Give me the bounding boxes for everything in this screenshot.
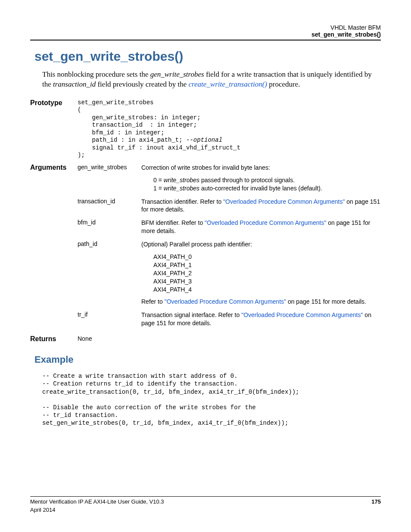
footer-date: April 2014: [30, 507, 56, 513]
arguments-section: Arguments gen_write_strobes Correction o…: [30, 164, 381, 333]
page-number: 175: [371, 498, 381, 505]
overloaded-link[interactable]: "Overloaded Procedure Common Arguments": [165, 298, 286, 305]
overloaded-link[interactable]: "Overloaded Procedure Common Arguments": [241, 311, 363, 318]
footer-rule: [30, 496, 381, 497]
intro-paragraph: This nonblocking procedure sets the gen_…: [42, 70, 381, 90]
example-heading: Example: [34, 354, 381, 365]
arg-transaction-id: transaction_id Transaction identifier. R…: [78, 198, 381, 214]
returns-value: None: [78, 335, 92, 343]
example-code: -- Create a write transaction with start…: [42, 372, 381, 427]
arg-bfm-id: bfm_id BFM identifier. Refer to "Overloa…: [78, 219, 381, 235]
header-line-2: set_gen_write_strobes(): [30, 31, 381, 38]
arg-path-id: path_id (Optional) Parallel process path…: [78, 240, 381, 306]
header-rule: [30, 40, 381, 40]
overloaded-link[interactable]: "Overloaded Procedure Common Arguments": [223, 198, 345, 205]
overloaded-link[interactable]: "Overloaded Procedure Common Arguments": [205, 219, 326, 226]
arg-gen-write-strobes: gen_write_strobes Correction of write st…: [78, 164, 381, 193]
page-title: set_gen_write_strobes(): [34, 49, 381, 64]
arguments-body: gen_write_strobes Correction of write st…: [78, 164, 381, 333]
page-footer: Mentor Verification IP AE AXI4-Lite User…: [30, 496, 381, 513]
prototype-label: Prototype: [30, 99, 78, 159]
create-write-transaction-link[interactable]: create_write_transaction(): [188, 80, 267, 88]
running-header: VHDL Master BFM set_gen_write_strobes(): [30, 24, 381, 38]
prototype-code: set_gen_write_strobes ( gen_write_strobe…: [78, 99, 240, 159]
page-content: VHDL Master BFM set_gen_write_strobes() …: [0, 0, 411, 444]
arguments-label: Arguments: [30, 164, 78, 333]
header-line-1: VHDL Master BFM: [30, 24, 381, 31]
arg-tr-if: tr_if Transaction signal interface. Refe…: [78, 311, 381, 327]
returns-label: Returns: [30, 335, 78, 343]
returns-section: Returns None: [30, 335, 381, 343]
prototype-section: Prototype set_gen_write_strobes ( gen_wr…: [30, 99, 381, 159]
footer-guide: Mentor Verification IP AE AXI4-Lite User…: [30, 498, 164, 505]
